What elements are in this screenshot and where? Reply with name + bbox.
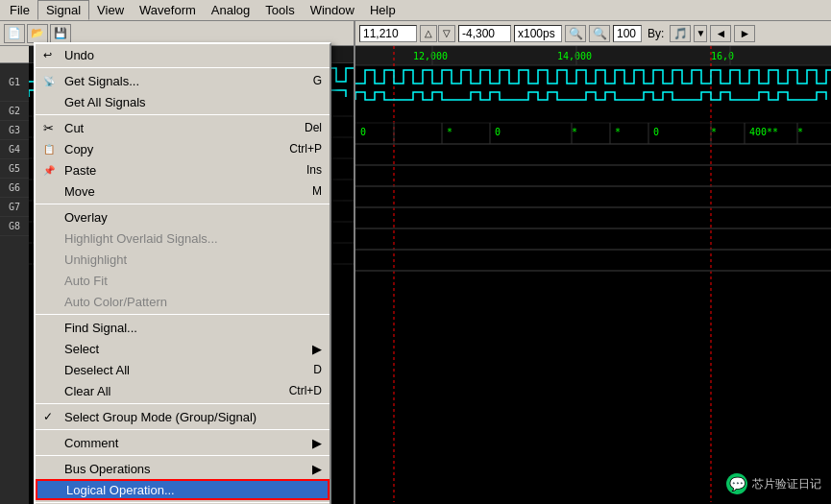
- save-btn[interactable]: 💾: [50, 24, 71, 43]
- wave-toolbar: 11,210 △ ▽ -4,300 x100ps 🔍 🔍 100 By: 🎵 ▼…: [355, 21, 831, 46]
- signal-label-g5: G5: [0, 159, 29, 179]
- menu-copy[interactable]: 📋 Copy Ctrl+P: [36, 138, 330, 159]
- menu-undo[interactable]: ↩ Undo: [36, 44, 330, 65]
- delta-up-btn[interactable]: △: [420, 25, 437, 42]
- menubar: File Signal View Waveform Analog Tools W…: [0, 0, 831, 21]
- menu-auto-color: Auto Color/Pattern: [36, 291, 330, 312]
- zoom-display: x100ps: [514, 25, 562, 42]
- prev-btn[interactable]: ◄: [710, 25, 731, 42]
- menu-help[interactable]: Help: [362, 1, 403, 19]
- menu-paste[interactable]: 📌 Paste Ins: [36, 159, 330, 180]
- next-btn[interactable]: ►: [734, 25, 755, 42]
- menu-deselect-all[interactable]: Deselect All D: [36, 359, 330, 380]
- menu-move[interactable]: Move M: [36, 180, 330, 202]
- right-panel: 11,210 △ ▽ -4,300 x100ps 🔍 🔍 100 By: 🎵 ▼…: [355, 21, 831, 504]
- new-btn[interactable]: 📄: [4, 24, 25, 43]
- signal-label-g7: G7: [0, 198, 29, 217]
- main-layout: 📄 📂 💾 G1 G2 G3 G4 G5 G6 G7 G8: [0, 21, 831, 504]
- position-display[interactable]: 11,210: [359, 25, 417, 42]
- menu-select[interactable]: Select ▶: [36, 338, 330, 359]
- signal-label-g8: G8: [0, 217, 29, 236]
- menu-signal[interactable]: Signal: [37, 0, 89, 20]
- signal-label-g1: G1: [0, 63, 29, 102]
- menu-tools[interactable]: Tools: [257, 1, 302, 19]
- dropdown-arrow-icon[interactable]: ▼: [694, 25, 707, 42]
- menu-select-group-mode[interactable]: ✓ Select Group Mode (Group/Signal): [36, 406, 330, 427]
- menu-get-signals[interactable]: 📡 Get Signals... G: [36, 70, 330, 91]
- sep6: [36, 429, 330, 430]
- menu-logical-operation[interactable]: Logical Operation...: [36, 479, 330, 500]
- signal-label-g3: G3: [0, 121, 29, 140]
- sep4: [36, 314, 330, 315]
- sep5: [36, 403, 330, 404]
- menu-window[interactable]: Window: [303, 1, 362, 19]
- menu-highlight-overlaid: Highlight Overlaid Signals...: [36, 228, 330, 249]
- cut-icon: ✂: [43, 121, 54, 135]
- sep2: [36, 114, 330, 115]
- menu-overlay[interactable]: Overlay: [36, 206, 330, 228]
- zoom-out-btn[interactable]: 🔍: [589, 25, 610, 42]
- sep7: [36, 455, 330, 456]
- signal-label-g2: G2: [0, 102, 29, 121]
- undo-icon: ↩: [43, 49, 52, 61]
- sep8: [36, 502, 330, 503]
- zoom-100-display: 100: [613, 25, 642, 42]
- sep3: [36, 204, 330, 204]
- check-icon: ✓: [43, 410, 53, 423]
- watermark: 💬 芯片验证日记: [726, 473, 821, 494]
- menu-auto-fit: Auto Fit: [36, 270, 330, 291]
- delta-display[interactable]: -4,300: [458, 25, 511, 42]
- signal-dropdown-menu: ↩ Undo 📡 Get Signals... G Get All Signal…: [34, 42, 331, 504]
- zoom-in-btn[interactable]: 🔍: [565, 25, 586, 42]
- left-panel: 📄 📂 💾 G1 G2 G3 G4 G5 G6 G7 G8: [0, 21, 355, 504]
- menu-clear-all[interactable]: Clear All Ctrl+D: [36, 380, 330, 401]
- by-label: By:: [645, 27, 667, 40]
- wechat-icon: 💬: [726, 473, 747, 494]
- bus-ops-arrow-icon: ▶: [312, 462, 322, 476]
- sep1: [36, 67, 330, 68]
- signal-label-g4: G4: [0, 140, 29, 159]
- menu-unhighlight: Unhighlight: [36, 249, 330, 270]
- open-btn[interactable]: 📂: [27, 24, 48, 43]
- waveform-area: 💬 芯片验证日记: [355, 46, 831, 504]
- wave-note-icon[interactable]: 🎵: [670, 25, 691, 42]
- menu-analog[interactable]: Analog: [204, 1, 257, 19]
- menu-get-all-signals[interactable]: Get All Signals: [36, 91, 330, 112]
- get-signals-icon: 📡: [43, 76, 55, 86]
- copy-icon: 📋: [43, 144, 55, 155]
- menu-bus-operations[interactable]: Bus Operations ▶: [36, 458, 330, 479]
- menu-comment[interactable]: Comment ▶: [36, 432, 330, 453]
- delta-down-btn[interactable]: ▽: [438, 25, 455, 42]
- comment-arrow-icon: ▶: [312, 436, 322, 450]
- select-arrow-icon: ▶: [312, 342, 322, 356]
- menu-waveform[interactable]: Waveform: [132, 1, 204, 19]
- menu-find-signal[interactable]: Find Signal...: [36, 317, 330, 338]
- signal-label-g6: G6: [0, 179, 29, 198]
- menu-file[interactable]: File: [2, 1, 37, 19]
- menu-view[interactable]: View: [89, 1, 132, 19]
- paste-icon: 📌: [43, 165, 55, 176]
- menu-cut[interactable]: ✂ Cut Del: [36, 117, 330, 138]
